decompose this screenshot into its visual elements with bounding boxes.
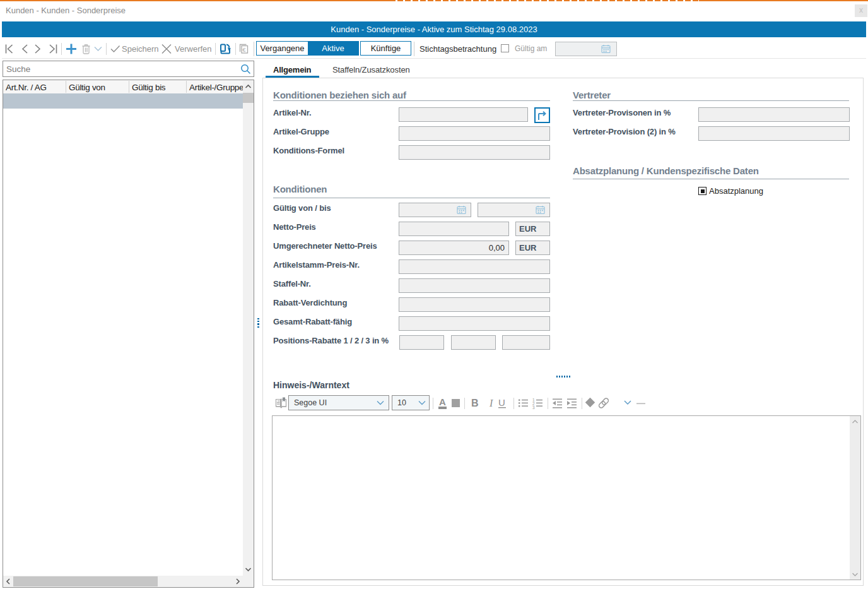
svg-text:B: B	[471, 398, 479, 408]
svg-text:I: I	[489, 398, 493, 408]
svg-text:U: U	[498, 397, 505, 408]
svg-text:3: 3	[532, 405, 535, 410]
svg-text:€: €	[242, 46, 246, 53]
svg-text:A: A	[439, 396, 446, 407]
